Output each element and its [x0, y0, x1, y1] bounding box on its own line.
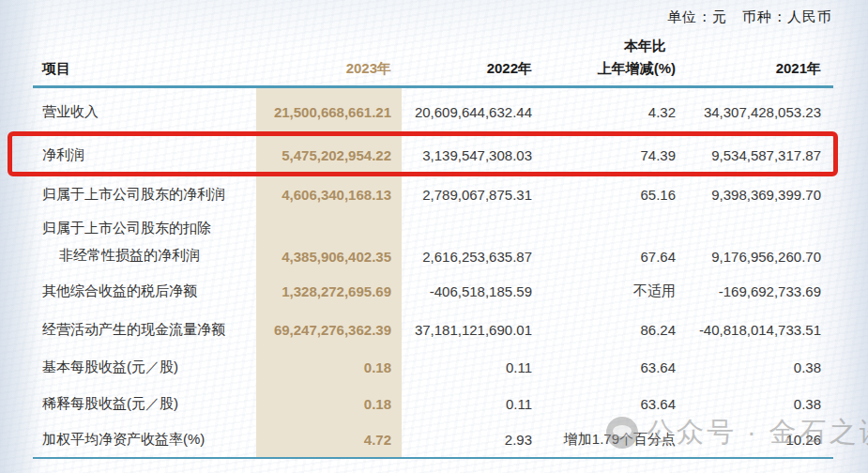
row-label: 其他综合收益的税后净额: [33, 282, 256, 300]
column-header-2021: 2021年: [776, 60, 821, 78]
column-header-2022: 2022年: [487, 60, 532, 78]
table-row: 经营活动产生的现金流量净额 69,247,276,362.39 37,181,1…: [33, 311, 833, 349]
table-bottom-rule: [33, 457, 833, 459]
row-label: 归属于上市公司股东的扣除 非经常性损益的净利润: [33, 220, 256, 265]
value-change: 4.32: [533, 104, 676, 120]
value-2023: 1,328,272,695.69: [256, 283, 402, 299]
value-2022: 20,609,644,632.44: [402, 104, 533, 120]
value-2021: 0.38: [676, 359, 833, 375]
value-2023: 21,500,668,661.21: [256, 104, 402, 120]
table-row: 营业收入 21,500,668,661.21 20,609,644,632.44…: [33, 88, 833, 135]
table-row: 基本每股收益(元／股) 0.18 0.11 63.64 0.38: [33, 349, 833, 386]
value-change: 65.16: [533, 187, 676, 203]
unit-currency-label: 单位：元 币种：人民币: [667, 8, 832, 26]
row-label: 营业收入: [33, 103, 256, 121]
value-2022: 0.11: [402, 359, 533, 375]
value-2023: 0.18: [256, 396, 402, 412]
value-change: 不适用: [533, 282, 676, 300]
value-2021: -40,818,014,733.51: [676, 322, 833, 338]
value-2023: 4.72: [256, 432, 402, 448]
table-row: 归属于上市公司股东的扣除 非经常性损益的净利润 4,385,906,402.35…: [33, 214, 833, 272]
row-label-line1: 归属于上市公司股东的扣除: [42, 220, 256, 237]
watermark: 公众号 · 金石之谈: [606, 414, 868, 451]
value-2021: 34,307,428,053.23: [676, 104, 833, 120]
value-2021: 9,176,956,260.70: [676, 249, 833, 265]
value-change: 86.24: [533, 322, 676, 338]
column-header-2023: 2023年: [346, 60, 391, 78]
report-page: { "meta": { "unit_label": "单位：元 币种：人民币" …: [0, 0, 868, 473]
value-2023: 4,385,906,402.35: [256, 249, 402, 265]
row-label: 加权平均净资产收益率(%): [33, 431, 256, 449]
value-change: 67.64: [533, 249, 676, 265]
row-label: 经营活动产生的现金流量净额: [33, 321, 256, 339]
value-2021: 0.38: [676, 396, 833, 412]
table-row: 其他综合收益的税后净额 1,328,272,695.69 -406,518,18…: [33, 272, 833, 311]
value-2021: 9,398,369,399.70: [676, 187, 833, 203]
value-change: 63.64: [533, 359, 676, 375]
value-2022: 2,789,067,875.31: [402, 187, 533, 203]
row-label: 基本每股收益(元／股): [33, 359, 256, 376]
column-header-change-line2: 上年增减(%): [598, 60, 676, 78]
net-profit-highlight-annotation: [8, 131, 838, 176]
row-label-line2: 非经常性损益的净利润: [42, 247, 256, 265]
watermark-text: 公众号 · 金石之谈: [647, 414, 868, 451]
column-header-change-line1: 本年比: [624, 38, 666, 55]
value-2023: 0.18: [256, 359, 402, 375]
table-row: 归属于上市公司股东的净利润 4,606,340,168.13 2,789,067…: [33, 175, 833, 214]
row-label: 稀释每股收益(元／股): [33, 395, 256, 413]
column-header-item: 项目: [42, 60, 70, 78]
value-2022: 2,616,253,635.87: [402, 249, 533, 265]
value-change: 63.64: [533, 396, 676, 412]
value-2023: 69,247,276,362.39: [256, 322, 402, 338]
value-2022: -406,518,185.59: [402, 283, 533, 299]
value-2021: -169,692,733.69: [676, 283, 833, 299]
official-account-logo-icon: [606, 417, 638, 449]
value-2022: 0.11: [402, 396, 533, 412]
value-2023: 4,606,340,168.13: [256, 187, 402, 203]
value-2022: 2.93: [402, 432, 533, 448]
value-2022: 37,181,121,690.01: [402, 322, 533, 338]
row-label: 归属于上市公司股东的净利润: [33, 186, 256, 204]
